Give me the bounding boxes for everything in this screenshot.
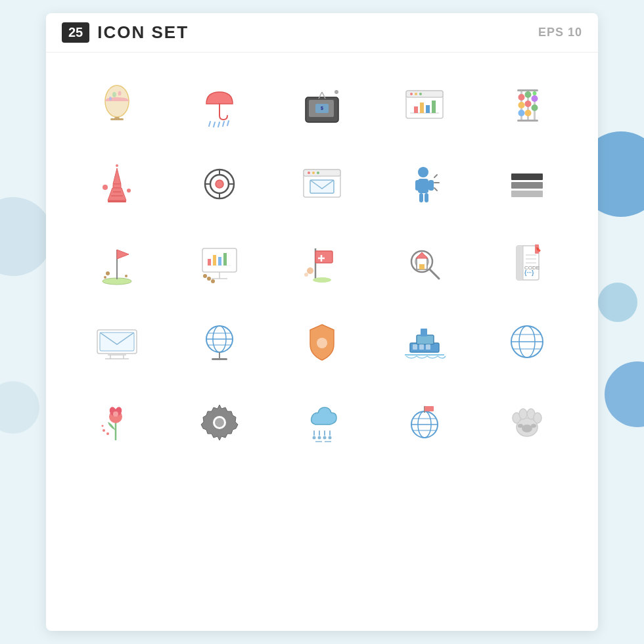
svg-point-94 bbox=[203, 274, 207, 278]
icon-easter-egg[interactable] bbox=[66, 66, 168, 145]
icon-cloud-snow[interactable] bbox=[271, 381, 373, 460]
svg-point-157 bbox=[215, 418, 224, 427]
svg-rect-91 bbox=[213, 255, 216, 265]
svg-rect-174 bbox=[425, 406, 434, 411]
icon-globe-stand[interactable] bbox=[168, 302, 271, 381]
svg-marker-44 bbox=[113, 168, 121, 184]
svg-rect-107 bbox=[419, 264, 425, 269]
icon-target-aim[interactable] bbox=[168, 145, 271, 223]
svg-point-50 bbox=[103, 185, 108, 190]
svg-point-38 bbox=[525, 110, 532, 116]
svg-line-74 bbox=[434, 175, 437, 177]
svg-point-66 bbox=[317, 172, 319, 174]
svg-point-39 bbox=[532, 95, 538, 102]
svg-point-36 bbox=[525, 91, 532, 98]
icon-rose-flower[interactable] bbox=[66, 381, 168, 460]
icon-eiffel-tower[interactable]: ♥ ♥ bbox=[66, 145, 168, 223]
svg-rect-136 bbox=[417, 335, 434, 344]
icon-flag-add[interactable] bbox=[271, 223, 373, 302]
svg-rect-78 bbox=[511, 182, 543, 189]
svg-marker-108 bbox=[416, 252, 428, 258]
icon-cargo-ship[interactable] bbox=[373, 302, 476, 381]
svg-point-22 bbox=[410, 93, 413, 95]
svg-point-154 bbox=[103, 429, 105, 432]
svg-rect-73 bbox=[425, 193, 428, 202]
svg-line-7 bbox=[214, 122, 215, 127]
icon-golf-flag[interactable] bbox=[66, 223, 168, 302]
header-left: 25 ICON SET bbox=[62, 22, 189, 43]
svg-rect-79 bbox=[511, 191, 543, 197]
svg-point-95 bbox=[207, 277, 211, 281]
svg-rect-45 bbox=[113, 184, 121, 188]
svg-point-2 bbox=[118, 91, 122, 96]
icon-code-book[interactable]: {···} CODE 🔖 bbox=[476, 223, 578, 302]
svg-point-57 bbox=[216, 180, 223, 188]
icons-grid: $ bbox=[46, 53, 598, 473]
svg-point-153 bbox=[106, 432, 109, 435]
icon-presentation[interactable] bbox=[168, 223, 271, 302]
icon-abacus[interactable] bbox=[476, 66, 578, 145]
svg-rect-5 bbox=[110, 118, 124, 120]
svg-rect-139 bbox=[413, 344, 417, 350]
svg-point-41 bbox=[533, 91, 537, 95]
svg-point-35 bbox=[518, 110, 525, 116]
svg-rect-137 bbox=[421, 329, 427, 336]
icon-paw-print[interactable] bbox=[476, 381, 578, 460]
svg-point-33 bbox=[518, 94, 525, 101]
svg-rect-27 bbox=[420, 103, 424, 113]
svg-point-182 bbox=[531, 424, 536, 428]
svg-rect-70 bbox=[415, 180, 421, 191]
svg-point-64 bbox=[308, 172, 310, 174]
svg-point-51 bbox=[127, 189, 131, 193]
icon-globe[interactable] bbox=[476, 302, 578, 381]
svg-point-23 bbox=[415, 93, 417, 95]
svg-marker-46 bbox=[108, 188, 126, 200]
svg-point-18 bbox=[310, 103, 313, 105]
svg-rect-122 bbox=[100, 333, 134, 351]
svg-rect-93 bbox=[223, 253, 227, 265]
svg-rect-141 bbox=[426, 344, 430, 350]
icon-retro-tv[interactable]: $ bbox=[271, 66, 373, 145]
icon-count-badge: 25 bbox=[62, 22, 89, 43]
svg-rect-140 bbox=[419, 344, 424, 350]
icon-home-search[interactable] bbox=[373, 223, 476, 302]
icon-umbrella-rain[interactable] bbox=[168, 66, 271, 145]
svg-line-10 bbox=[227, 121, 229, 126]
icon-badge-shield[interactable] bbox=[271, 302, 373, 381]
svg-text:🔖: 🔖 bbox=[536, 246, 541, 252]
svg-line-109 bbox=[430, 269, 439, 279]
svg-point-181 bbox=[518, 424, 523, 428]
svg-rect-26 bbox=[414, 106, 418, 113]
svg-rect-42 bbox=[517, 89, 538, 91]
svg-point-155 bbox=[102, 425, 104, 427]
svg-point-13 bbox=[334, 90, 338, 94]
svg-point-24 bbox=[419, 93, 422, 95]
main-card: 25 ICON SET EPS 10 bbox=[46, 13, 598, 631]
svg-line-9 bbox=[223, 122, 224, 126]
svg-point-162 bbox=[313, 436, 316, 440]
svg-line-8 bbox=[218, 122, 219, 127]
svg-point-134 bbox=[317, 338, 327, 348]
icon-web-email[interactable] bbox=[271, 145, 373, 223]
svg-point-152 bbox=[113, 411, 118, 417]
svg-rect-28 bbox=[426, 105, 430, 113]
icon-person-signal[interactable] bbox=[373, 145, 476, 223]
svg-rect-47 bbox=[108, 200, 126, 202]
icon-hamburger-menu[interactable] bbox=[476, 145, 578, 223]
svg-point-177 bbox=[519, 409, 527, 419]
icon-web-analytics[interactable] bbox=[373, 66, 476, 145]
header-title: ICON SET bbox=[97, 22, 189, 43]
svg-point-163 bbox=[318, 436, 321, 440]
svg-point-101 bbox=[313, 277, 331, 283]
icon-globe-flag[interactable] bbox=[373, 381, 476, 460]
svg-point-40 bbox=[532, 104, 538, 111]
svg-line-76 bbox=[434, 188, 437, 191]
svg-text:$: $ bbox=[321, 106, 323, 111]
svg-line-6 bbox=[209, 122, 210, 126]
icon-email-screen[interactable] bbox=[66, 302, 168, 381]
svg-rect-77 bbox=[511, 173, 543, 180]
icon-gear-settings[interactable] bbox=[168, 381, 271, 460]
svg-point-84 bbox=[125, 275, 127, 277]
svg-rect-72 bbox=[419, 193, 423, 202]
svg-point-165 bbox=[329, 436, 332, 440]
